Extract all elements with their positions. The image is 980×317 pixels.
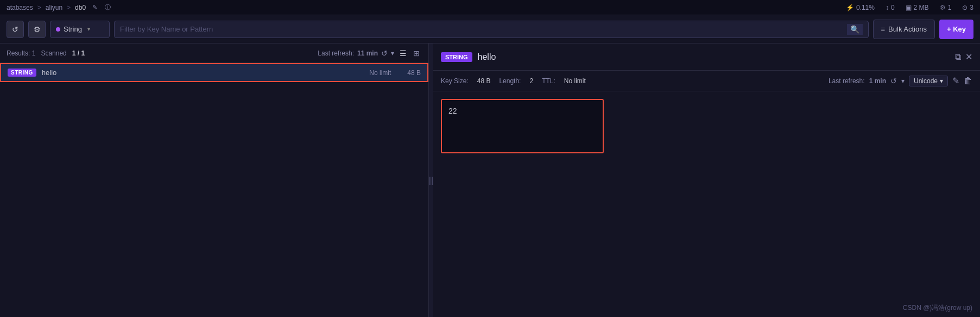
encoding-label: Unicode [914, 77, 938, 85]
add-key-label: + Key [947, 25, 966, 33]
detail-type-badge: STRING [441, 52, 472, 62]
refresh-label: Last refresh: [318, 49, 354, 57]
nav-stats: ⚡ 0.11% ↕ 0 ▣ 2 MB ⚙ 1 ⊙ 3 [846, 4, 973, 11]
top-nav: atabases > aliyun > db0 ✎ ⓘ ⚡ 0.11% ↕ 0 … [0, 0, 980, 15]
search-input[interactable] [120, 25, 843, 33]
sep2: > [67, 4, 71, 11]
detail-refresh-label: Last refresh: [829, 77, 865, 85]
bulk-actions-button[interactable]: ≡ Bulk Actions [873, 20, 935, 39]
ttl-value: No limit [564, 77, 586, 85]
stat-connections: ↕ 0 [886, 4, 895, 11]
encoding-dropdown[interactable]: Unicode ▾ [909, 76, 948, 86]
grid-view-button[interactable]: ⊞ [411, 48, 422, 59]
detail-edit-button[interactable]: ✎ [952, 76, 959, 86]
toolbar-left: ↺ ⚙ String ▾ 🔍 [7, 21, 869, 38]
detail-chevron-icon: ▾ [901, 77, 905, 85]
sep1: > [37, 4, 41, 11]
info-nav-icon[interactable]: ⓘ [103, 3, 112, 12]
bulk-actions-icon: ≡ [881, 25, 886, 33]
detail-delete-button[interactable]: 🗑 [964, 76, 972, 86]
stat-cpu: ⚡ 0.11% [846, 4, 875, 11]
length-value: 2 [529, 77, 533, 85]
bulk-actions-label: Bulk Actions [888, 25, 927, 33]
detail-close-button[interactable]: ✕ [965, 52, 972, 62]
main-content: Results: 1 Scanned 1 / 1 Last refresh: 1… [0, 43, 980, 317]
refresh-info: Last refresh: 11 min ↺ ▾ ☰ ⊞ [318, 48, 422, 59]
refresh-time: 11 min [357, 49, 378, 57]
stat-keys: ⊙ 3 [962, 4, 973, 11]
stat-memory: ▣ 2 MB [906, 4, 929, 11]
type-dot [56, 27, 60, 32]
refresh-button[interactable]: ↺ [381, 49, 388, 58]
search-button[interactable]: 🔍 [847, 24, 863, 35]
encoding-chevron-icon: ▾ [940, 77, 943, 85]
results-text: Results: 1 Scanned 1 / 1 [7, 49, 85, 57]
type-label: String [64, 25, 82, 33]
breadcrumb-databases[interactable]: atabases [7, 4, 33, 11]
detail-meta: Key Size: 48 B Length: 2 TTL: No limit L… [433, 71, 980, 91]
value-box: 22 [441, 99, 604, 153]
ttl-label: TTL: [542, 77, 555, 85]
key-limit: No limit [369, 69, 391, 77]
chevron-icon: ▾ [391, 49, 394, 57]
view-btns: ☰ ⊞ [397, 48, 422, 59]
key-row[interactable]: STRING hello No limit 48 B [0, 63, 428, 82]
key-size-label: Key Size: [441, 77, 469, 85]
key-name: hello [42, 69, 364, 77]
detail-meta-right: Last refresh: 1 min ↺ ▾ Unicode ▾ ✎ 🗑 [829, 76, 972, 86]
key-size-value: 48 B [477, 77, 491, 85]
panel-divider[interactable]: || [429, 43, 433, 317]
breadcrumb-aliyun[interactable]: aliyun [46, 4, 62, 11]
type-dropdown[interactable]: String ▾ [50, 21, 110, 38]
results-bar: Results: 1 Scanned 1 / 1 Last refresh: 1… [0, 43, 428, 63]
detail-actions: ⧉ ✕ [955, 52, 972, 62]
add-key-button[interactable]: + Key [939, 20, 973, 39]
refresh-icon-btn[interactable]: ↺ [7, 21, 24, 38]
key-list: STRING hello No limit 48 B [0, 63, 428, 317]
stat-clients: ⚙ 1 [940, 4, 952, 11]
breadcrumb-db0: db0 [75, 4, 86, 11]
toolbar-right: ≡ Bulk Actions + Key [873, 20, 973, 39]
detail-refresh-button[interactable]: ↺ [890, 77, 897, 85]
left-panel: Results: 1 Scanned 1 / 1 Last refresh: 1… [0, 43, 429, 317]
detail-window-button[interactable]: ⧉ [955, 52, 961, 62]
scanned-value: 1 / 1 [72, 49, 85, 57]
toolbar: ↺ ⚙ String ▾ 🔍 ≡ Bulk Actions + Key [0, 15, 980, 43]
right-panel: STRING hello ⧉ ✕ Key Size: 48 B Length: … [433, 43, 980, 317]
key-type-badge: STRING [8, 69, 36, 77]
scanned-label: Scanned [41, 49, 66, 57]
search-input-wrap: 🔍 [114, 21, 869, 38]
edit-nav-icon[interactable]: ✎ [90, 3, 99, 12]
chevron-down-icon: ▾ [87, 26, 90, 32]
length-label: Length: [499, 77, 521, 85]
detail-header: STRING hello ⧉ ✕ [433, 43, 980, 71]
detail-key-name: hello [478, 52, 496, 62]
results-label: Results: 1 [7, 49, 35, 57]
value-area: 22 [433, 91, 980, 317]
list-view-button[interactable]: ☰ [397, 48, 409, 59]
detail-refresh-time: 1 min [869, 77, 886, 85]
settings-icon-btn[interactable]: ⚙ [28, 21, 46, 38]
watermark: CSDN @)冯浩(grow up) [903, 303, 972, 313]
key-size: 48 B [407, 69, 421, 77]
